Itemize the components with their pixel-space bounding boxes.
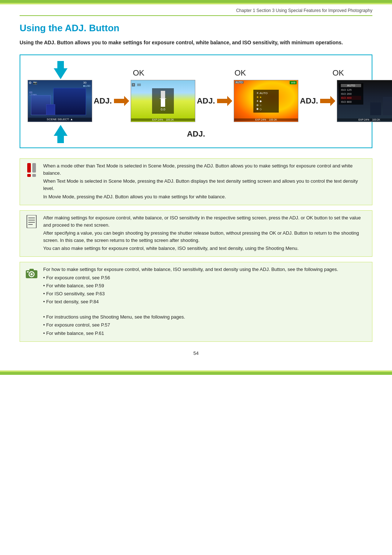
adj1-block: ADJ. [94,96,129,106]
screen1-block: ⚙📷 30■1280 63○1280 SCENE SELECT: ▲ [28,80,92,122]
screen2-block: + ☑ 0.0 EXP:24% 100:2K [131,80,195,122]
svg-rect-18 [27,271,29,272]
svg-rect-13 [28,224,33,225]
arrow-right-1 [114,96,129,106]
adj-bottom-label: ADJ. [187,129,205,139]
svg-marker-1 [114,96,129,106]
ok-label-3: OK [332,68,344,78]
screen4: ISO AUTO ISO 125 ISO 200 ISO 400 ISO 800 [337,80,392,122]
ok-label-1: OK [133,68,144,78]
screen1-top-right: 30■1280 [83,81,90,88]
svg-rect-12 [28,222,35,223]
screen1: ⚙📷 30■1280 63○1280 SCENE SELECT: ▲ [28,80,92,122]
up-arrow-1 [54,125,68,143]
svg-marker-2 [217,96,232,106]
screen3: AUTO WB ☀ AUTO ★ ● ✦ ◆ ⊕ ○ ✱ ◇ [234,80,298,122]
bottom-border-outer [0,372,392,375]
bottom-arrow-row: ADJ. [28,125,364,143]
svg-rect-7 [32,163,36,173]
svg-rect-11 [28,220,35,220]
arrow-right-3 [320,96,335,106]
svg-rect-6 [27,174,31,177]
screen3-block: AUTO WB ☀ AUTO ★ ● ✦ ◆ ⊕ ○ ✱ ◇ [234,80,298,122]
down-arrow-1 [54,61,68,79]
screen2: + ☑ 0.0 EXP:24% 100:2K [131,80,195,122]
screen4-block: ISO AUTO ISO 125 ISO 200 ISO 400 ISO 800 [337,80,392,122]
screen3-bottom-label: EXP:24% 100:2K [234,118,298,121]
page-title: Using the ADJ. Button [20,23,372,34]
screens-row: ⚙📷 30■1280 63○1280 SCENE SELECT: ▲ [28,80,364,122]
svg-rect-9 [27,215,36,228]
svg-rect-10 [28,218,35,218]
svg-point-17 [30,273,33,275]
intro-text: Using the ADJ. Button allows you to make… [20,39,368,46]
svg-marker-3 [320,96,335,106]
note-info: After making settings for exposure contr… [20,210,372,257]
svg-marker-0 [54,61,68,79]
info-icon [25,214,38,228]
screen2-bottom-label: EXP:24% 100:2K [131,118,195,121]
reference-content: For how to make settings for exposure co… [43,266,338,337]
svg-marker-4 [54,125,68,143]
warning-icon [25,162,38,177]
camera-icon [25,266,38,280]
svg-rect-5 [27,163,31,173]
info-content: After making settings for exposure contr… [43,214,367,253]
adj2-block: ADJ. [197,96,232,106]
screen1-bottom-label: SCENE SELECT: ▲ [28,118,92,121]
svg-rect-8 [32,174,36,177]
breadcrumb: Chapter 1 Section 3 Using Special Featur… [20,4,372,16]
note-warning: When a mode other than Text Mode is sele… [20,158,372,205]
warning-content: When a mode other than Text Mode is sele… [43,162,367,201]
page-number: 54 [20,351,372,356]
note-reference: For how to make settings for exposure co… [20,262,372,341]
arrow-right-2 [217,96,232,106]
screen4-iso-box: AUTO ISO 125 ISO 200 ISO 400 ISO 800 [339,83,363,105]
ok-label-2: OK [234,68,246,78]
diagram-container: OK OK OK ⚙📷 [20,54,372,148]
adj3-block: ADJ. [300,96,335,106]
svg-rect-15 [29,269,34,271]
screen4-bottom-label: EXP:24% 100:2K [337,118,392,121]
top-border-outer [0,0,392,3]
